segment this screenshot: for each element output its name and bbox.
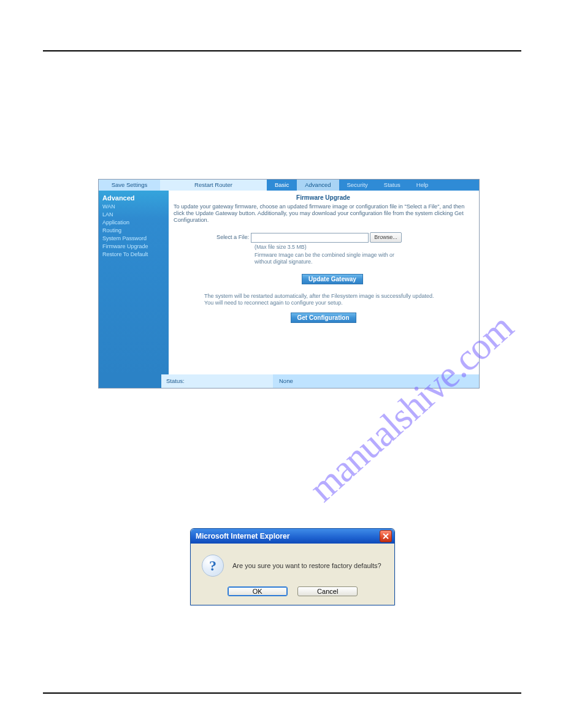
sidebar: Advanced WAN LAN Application Routing Sys… [99,191,169,374]
tab-strip: Basic Advanced Security Status Help [267,180,479,191]
tab-status[interactable]: Status [376,180,408,191]
update-gateway-button[interactable]: Update Gateway [302,274,363,284]
dialog-title-text: Microsoft Internet Explorer [196,529,289,544]
file-path-input[interactable] [251,233,369,243]
page-divider-top [43,50,521,51]
get-configuration-button[interactable]: Get Configuration [291,313,356,323]
content-pane: Firmware Upgrade To update your gateway … [169,191,479,374]
sidebar-item-routing[interactable]: Routing [102,227,165,235]
close-icon[interactable] [380,530,392,542]
ok-button[interactable]: OK [228,586,288,596]
dialog-titlebar: Microsoft Internet Explorer [191,529,394,544]
dialog-message: Are you sure you want to restore factory… [232,562,381,569]
status-bar: Status: None [99,374,479,388]
max-size-note: (Max file size 3.5 MB) [255,244,473,251]
restart-note: The system will be restarted automatical… [204,293,436,306]
confirm-dialog: Microsoft Internet Explorer ? Are you su… [190,528,395,605]
page-title: Firmware Upgrade [174,194,473,201]
question-icon: ? [202,555,224,577]
tab-basic[interactable]: Basic [267,180,297,191]
sidebar-item-restore-default[interactable]: Restore To Default [102,251,165,259]
tab-security[interactable]: Security [339,180,376,191]
tab-help[interactable]: Help [408,180,437,191]
page-divider-bottom [43,692,521,694]
restart-router-link[interactable]: Restart Router [160,180,267,191]
sidebar-item-application[interactable]: Application [102,219,165,227]
status-label: Status: [161,374,273,388]
save-settings-link[interactable]: Save Settings [99,180,160,191]
status-value: None [273,374,479,388]
select-file-label: Select a File: [216,234,249,240]
browse-button[interactable]: Browse... [370,232,402,243]
tab-advanced[interactable]: Advanced [297,180,339,191]
sidebar-item-wan[interactable]: WAN [102,203,165,211]
firmware-note: Firmware Image can be the combined singl… [255,252,396,265]
router-admin-panel: Save Settings Restart Router Basic Advan… [98,179,480,389]
router-topbar: Save Settings Restart Router Basic Advan… [99,180,479,191]
cancel-button[interactable]: Cancel [297,586,358,596]
intro-text: To update your gateway firmware, choose … [174,203,473,224]
sidebar-item-lan[interactable]: LAN [102,211,165,219]
sidebar-item-firmware-upgrade[interactable]: Firmware Upgrade [102,243,165,251]
sidebar-heading: Advanced [102,194,165,202]
sidebar-item-system-password[interactable]: System Password [102,235,165,243]
